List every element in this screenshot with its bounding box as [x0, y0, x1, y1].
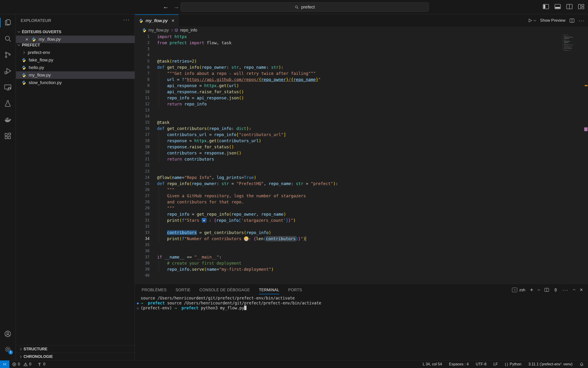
code-line-39[interactable]: 39 repo_info.serve(name="my-first-deploy… [135, 266, 561, 272]
activity-item-explorer-icon[interactable] [4, 18, 12, 27]
sidebar-section-structure[interactable]: STRUCTURE [16, 345, 135, 353]
code-line-33[interactable]: 33 contributors = get_contributors(repo_… [135, 230, 561, 236]
code-line-27[interactable]: 27 Given a GitHub repository, logs the n… [135, 193, 561, 199]
code-line-6[interactable]: 6def get_repo_info(repo_owner: str, repo… [135, 64, 561, 70]
panel-tab-terminal[interactable]: TERMINAL [259, 284, 280, 296]
breadcrumb-symbol[interactable]: repo_info [180, 28, 197, 33]
code-line-20[interactable]: 20 contributors = response.json() [135, 150, 561, 156]
file-item-fake_flow.py[interactable]: fake_flow.py [16, 56, 135, 64]
ports-status[interactable]: 0 [37, 362, 45, 366]
close-icon[interactable]: × [171, 18, 175, 24]
toggle-primary-sidebar-icon[interactable] [543, 4, 549, 9]
sidebar-more-actions-icon[interactable]: ··· [123, 17, 130, 23]
editor-more-actions-icon[interactable]: ··· [579, 18, 585, 23]
status-encoding[interactable]: UTF-8 [476, 362, 486, 366]
code-line-3[interactable]: 3 [135, 46, 561, 52]
terminal-output[interactable]: source /Users/henricourdent/git/prefect/… [135, 296, 588, 360]
activity-item-extensions-icon[interactable] [4, 132, 12, 141]
status-eol[interactable]: LF [493, 362, 498, 366]
activity-item-search-icon[interactable] [4, 35, 12, 43]
code-line-25[interactable]: 25def repo_info(repo_owner: str = "Prefe… [135, 181, 561, 187]
code-line-1[interactable]: 1import httpx [135, 34, 561, 40]
code-line-35[interactable]: 35 [135, 242, 561, 248]
code-line-7[interactable]: 7 """Get info about a repo - will retry … [135, 70, 561, 76]
code-line-16[interactable]: 16def get_contributors(repo_info: dict): [135, 126, 561, 132]
code-line-18[interactable]: 18 response = httpx.get(contributors_url… [135, 138, 561, 144]
code-line-40[interactable]: 40 [135, 272, 561, 278]
code-line-38[interactable]: 38 # create your first deployment [135, 260, 561, 266]
activity-item-account-icon[interactable] [4, 330, 12, 338]
nav-forward-icon[interactable]: → [172, 3, 180, 11]
open-editors-section-header[interactable]: ÉDITEURS OUVERTS [16, 28, 135, 36]
code-line-22[interactable]: 22 [135, 162, 561, 168]
sidebar-section-chronologie[interactable]: CHRONOLOGIE [16, 353, 135, 360]
code-line-2[interactable]: 2from prefect import flow, task [135, 40, 561, 46]
run-python-file-button[interactable] [528, 18, 536, 23]
code-line-23[interactable]: 23 [135, 168, 561, 175]
code-line-5[interactable]: 5@task(retries=2) [135, 58, 561, 64]
activity-item-settings-icon[interactable]: 1 [4, 345, 12, 354]
show-preview-button[interactable]: Show Preview [540, 18, 565, 23]
toggle-panel-icon[interactable] [555, 4, 561, 9]
panel-tab-problèmes[interactable]: PROBLÈMES [141, 284, 167, 296]
code-line-24[interactable]: 24@flow(name="Repo Info", log_prints=Tru… [135, 175, 561, 181]
file-item-hello.py[interactable]: hello.py [16, 64, 135, 71]
code-line-31[interactable]: 31 print(f"Stars : {repo_info['stargazer… [135, 217, 561, 223]
code-line-4[interactable]: 4 [135, 52, 561, 58]
status-indentation[interactable]: Espaces : 4 [449, 362, 469, 366]
folder-section-header[interactable]: PREFECT [16, 41, 135, 49]
code-line-12[interactable]: 12 return repo_info [135, 101, 561, 107]
file-item-my_flow.py[interactable]: my_flow.py [16, 71, 135, 79]
code-line-40[interactable]: 40 [562, 51, 563, 51]
maximize-panel-icon[interactable] [573, 289, 575, 292]
code-line-28[interactable]: 28 and contributors for that repo. [135, 199, 561, 205]
kill-terminal-icon[interactable] [554, 288, 558, 292]
new-terminal-button[interactable]: + [530, 286, 533, 293]
code-line-34[interactable]: 34 print(f"Number of contributors : {len… [135, 236, 561, 242]
close-panel-icon[interactable]: × [580, 287, 583, 293]
split-terminal-icon[interactable] [544, 288, 549, 292]
status-language[interactable]: { }Python [505, 362, 521, 366]
activity-item-testing-icon[interactable] [4, 100, 12, 108]
minimap[interactable]: 1import httpx2from prefect import flow, … [562, 34, 579, 55]
split-editor-icon[interactable] [570, 18, 574, 23]
breadcrumb-file[interactable]: my_flow.py [149, 28, 169, 33]
status-notifications[interactable] [579, 362, 584, 366]
panel-tab-ports[interactable]: PORTS [288, 284, 302, 296]
activity-item-remote-explorer-icon[interactable] [4, 83, 12, 92]
code-line-26[interactable]: 26 """ [135, 187, 561, 193]
code-editor[interactable]: 1import httpx2from prefect import flow, … [135, 34, 561, 284]
code-line-19[interactable]: 19 response.raise_for_status() [135, 144, 561, 150]
activity-item-source-control-icon[interactable] [4, 51, 12, 59]
code-line-17[interactable]: 17 contributors_url = repo_info["contrib… [135, 132, 561, 138]
panel-more-actions-icon[interactable]: ··· [562, 287, 569, 293]
status-interpreter[interactable]: 3.11.1 ('prefect-env': venv) [528, 362, 572, 366]
panel-tab-sortie[interactable]: SORTIE [176, 284, 191, 296]
command-center-search[interactable]: prefect [181, 2, 429, 12]
status-cursor-position[interactable]: L 34, col 54 [423, 362, 442, 366]
code-line-14[interactable]: 14 [135, 113, 561, 119]
code-line-37[interactable]: 37if __name__ == "__main__": [135, 254, 561, 260]
code-line-13[interactable]: 13 [135, 107, 561, 113]
panel-tab-console-de-débogage[interactable]: CONSOLE DE DÉBOGAGE [200, 284, 250, 296]
code-line-9[interactable]: 9 api_response = httpx.get(url) [135, 83, 561, 89]
activity-item-run-debug-icon[interactable] [4, 67, 12, 76]
activity-item-docker-icon[interactable] [4, 116, 12, 124]
terminal-shell-badge[interactable]: > zsh [512, 288, 525, 292]
problems-status[interactable]: 0 0 [12, 362, 31, 366]
code-line-15[interactable]: 15@task [135, 119, 561, 126]
code-line-10[interactable]: 10 api_response.raise_for_status() [135, 89, 561, 95]
code-line-30[interactable]: 30 repo_info = get_repo_info(repo_owner,… [135, 211, 561, 217]
code-line-32[interactable]: 32 [135, 223, 561, 230]
file-item-slow_function.py[interactable]: slow_function.py [16, 79, 135, 86]
file-item-prefect-env[interactable]: prefect-env [16, 49, 135, 56]
editor-tab-my_flow.py[interactable]: my_flow.py× [135, 14, 178, 27]
code-line-21[interactable]: 21 return contributors [135, 156, 561, 162]
toggle-secondary-sidebar-icon[interactable] [566, 4, 572, 9]
customize-layout-icon[interactable] [578, 4, 584, 9]
code-line-8[interactable]: 8 url = f"https://api.github.com/repos/{… [135, 76, 561, 83]
nav-back-icon[interactable]: ← [162, 3, 170, 11]
code-line-36[interactable]: 36 [135, 248, 561, 254]
remote-indicator[interactable] [0, 360, 9, 368]
chevron-down-icon[interactable] [537, 288, 540, 291]
